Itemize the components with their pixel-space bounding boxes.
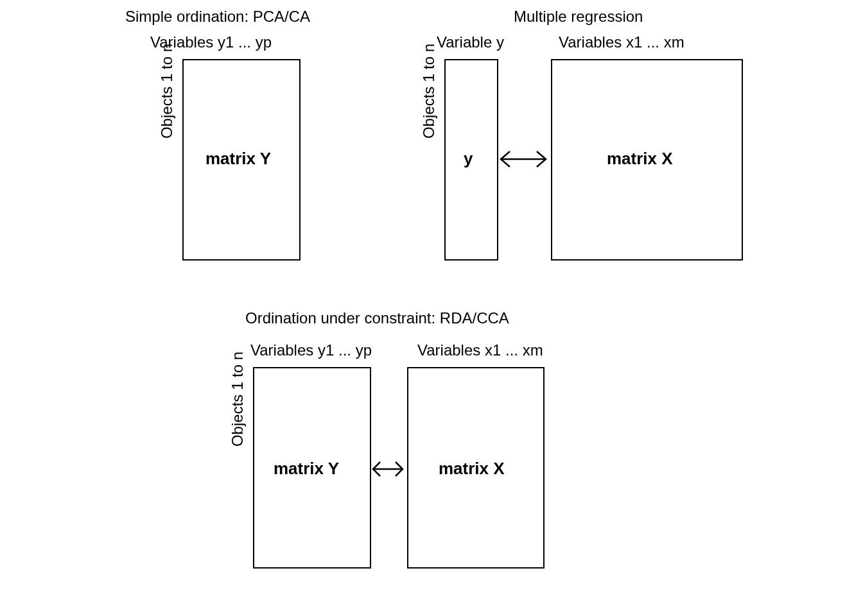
- panel2-title: Multiple regression: [514, 8, 643, 26]
- panel3-y-cols-label: Variables y1 ... yp: [250, 341, 372, 359]
- panel2-x-label: matrix X: [607, 149, 673, 169]
- panel3-y-label: matrix Y: [274, 459, 339, 479]
- double-arrow-icon: [370, 459, 406, 479]
- panel3-x-cols-label: Variables x1 ... xm: [417, 341, 543, 359]
- panel3-title: Ordination under constraint: RDA/CCA: [245, 309, 509, 327]
- double-arrow-icon: [497, 149, 550, 169]
- panel1-matrix-y-label: matrix Y: [205, 149, 271, 169]
- panel3-x-label: matrix X: [439, 459, 505, 479]
- panel1-title: Simple ordination: PCA/CA: [125, 8, 310, 26]
- panel1-rows-label: Objects 1 to n: [158, 14, 176, 168]
- diagram-stage: Simple ordination: PCA/CA Variables y1 .…: [0, 0, 863, 616]
- panel2-rows-label: Objects 1 to n: [420, 14, 438, 168]
- panel3-rows-label: Objects 1 to n: [229, 322, 247, 476]
- panel2-y-label: y: [464, 149, 473, 169]
- panel2-y-cols-label: Variable y: [437, 33, 504, 51]
- panel2-x-cols-label: Variables x1 ... xm: [559, 33, 684, 51]
